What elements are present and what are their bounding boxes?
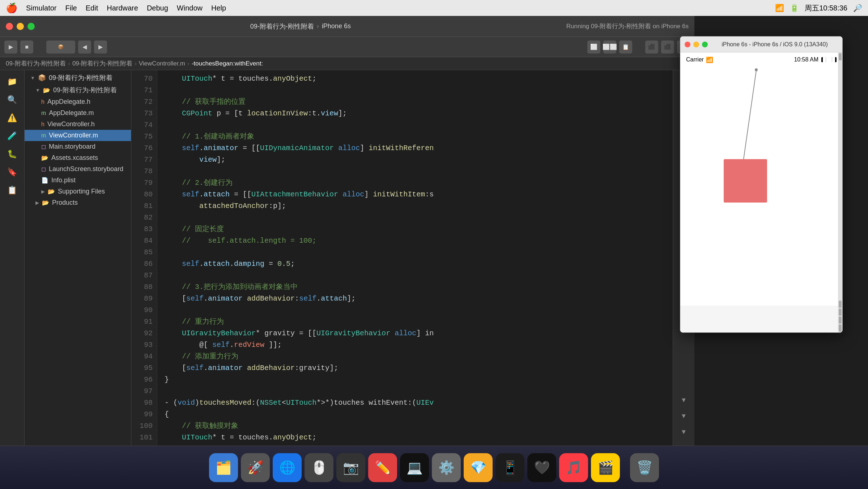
titlebar-center: 09-附着行为-刚性附着 › iPhone 6s [39, 22, 562, 31]
breakpoint-navigator-icon[interactable]: 🔖 [4, 163, 21, 181]
code-line-84: // self.attach.length = 100; [165, 235, 673, 247]
sim-maximize-button[interactable] [702, 42, 708, 47]
dock-settings[interactable]: ⚙️ [432, 453, 461, 482]
search-icon[interactable]: 🔎 [853, 4, 862, 12]
code-line-83: // 固定长度 [165, 224, 673, 235]
dock-sketch[interactable]: 💎 [464, 453, 493, 482]
sim-minimize-button[interactable] [693, 42, 699, 47]
sim-screen[interactable]: Carrier 📶 10:58 AM ████ [680, 52, 842, 332]
sim-wifi-icon: 📶 [706, 56, 713, 63]
minimize-button[interactable] [17, 23, 24, 30]
editor-assistant[interactable]: ⬜⬜ [603, 41, 616, 54]
dock-music[interactable]: 🎵 [559, 453, 588, 482]
menu-simulator[interactable]: Simulator [26, 4, 56, 12]
dock-ios-sim[interactable]: 📱 [495, 453, 524, 482]
dock-trash[interactable]: 🗑️ [630, 453, 659, 482]
bottom-panel-toggle[interactable]: ⬛ [661, 41, 674, 54]
sidebar-item-appdelegate-h[interactable]: h AppDelegate.h [25, 96, 131, 107]
nav-forward[interactable]: ▶ [94, 41, 107, 54]
test-navigator-icon[interactable]: 🧪 [4, 127, 21, 145]
rpanel-scroll-down3[interactable]: ▼ [677, 425, 690, 438]
folder-icon-supporting: 📂 [48, 188, 55, 195]
code-line-89: [self.animator addBehavior:self.attach]; [165, 293, 673, 305]
sim-title-label: iPhone 6s - iPhone 6s / iOS 9.0 (13A340) [711, 41, 838, 48]
dock-safari[interactable]: 🌐 [273, 453, 302, 482]
sim-time: 10:58 AM [794, 56, 818, 63]
sidebar-item-supporting-files[interactable]: ▶ 📂 Supporting Files [25, 186, 131, 197]
menu-window[interactable]: Window [177, 4, 203, 12]
breadcrumb-item-0[interactable]: 09-附着行为-刚性附着 [6, 59, 66, 68]
device-label: iPhone 6s [322, 22, 351, 30]
rpanel-scroll-down2[interactable]: ▼ [677, 409, 690, 422]
sidebar-label-products: Products [52, 199, 78, 207]
expand-arrow-products: ▶ [35, 200, 39, 205]
menu-help[interactable]: Help [211, 4, 226, 12]
sidebar-item-assets[interactable]: 📂 Assets.xcassets [25, 152, 131, 163]
close-button[interactable] [6, 23, 13, 30]
menu-file[interactable]: File [65, 4, 77, 12]
sidebar-item-viewcontroller-h[interactable]: h ViewController.h [25, 119, 131, 130]
stop-button[interactable]: ■ [20, 41, 33, 54]
code-line-91: // 重力行为 [165, 316, 673, 328]
clock: 周五10:58:36 [805, 3, 847, 13]
project-navigator: ▼ 📦 09-附着行为-刚性附着 ▼ 📂 09-附着行为-刚性附着 h AppD… [25, 70, 131, 473]
breadcrumb-item-2[interactable]: ViewController.m [139, 60, 185, 67]
dock-blackapp[interactable]: 🖤 [527, 453, 556, 482]
editor-standard[interactable]: ⬜ [587, 41, 600, 54]
nav-back[interactable]: ◀ [78, 41, 91, 54]
issue-navigator-icon[interactable]: ⚠️ [4, 109, 21, 127]
sidebar-item-products[interactable]: ▶ 📂 Products [25, 197, 131, 208]
sim-red-square[interactable] [724, 159, 767, 203]
sim-statusbar: Carrier 📶 10:58 AM ████ [680, 52, 842, 67]
search-navigator-icon[interactable]: 🔍 [4, 91, 21, 109]
sim-scrollbar-down3[interactable] [839, 316, 842, 324]
file-icon-appdelegate-m: m [41, 110, 46, 116]
scheme-selector[interactable]: 📦 [46, 41, 75, 54]
titlebar-right: Running 09-附着行为-刚性附着 on iPhone 6s [566, 22, 689, 30]
debug-navigator-icon[interactable]: 🐛 [4, 145, 21, 163]
sidebar-item-app-group[interactable]: ▼ 📂 09-附着行为-刚性附着 [25, 84, 131, 96]
dock-pages[interactable]: ✏️ [368, 453, 397, 482]
battery-icon: 🔋 [790, 4, 799, 12]
rpanel-scroll-down[interactable]: ▼ [677, 394, 690, 407]
apple-menu[interactable]: 🍎 [6, 3, 17, 14]
code-line-92: UIGravityBehavior* gravity = [[UIGravity… [165, 328, 673, 339]
fullscreen-button[interactable] [27, 23, 35, 30]
expand-arrow-supporting: ▶ [41, 189, 45, 194]
editor-version[interactable]: 📋 [619, 41, 632, 54]
arrow-icon: › [317, 22, 319, 30]
dock-terminal[interactable]: 💻 [400, 453, 429, 482]
sidebar-item-info-plist[interactable]: 📄 Info.plist [25, 175, 131, 186]
sim-scrollbar-down4[interactable] [839, 324, 842, 332]
sidebar-item-launchscreen[interactable]: ◻ LaunchScreen.storyboard [25, 163, 131, 175]
code-lines-area[interactable]: UITouch* t = touches.anyObject; // 获取手指的… [157, 70, 673, 473]
left-panel-toggle[interactable]: ⬛ [645, 41, 658, 54]
dock-photo[interactable]: 📷 [336, 453, 365, 482]
file-navigator-icon[interactable]: 📁 [4, 73, 21, 90]
dock-mouse[interactable]: 🖱️ [305, 453, 333, 482]
breadcrumb-item-1[interactable]: 09-附着行为-刚性附着 [72, 59, 132, 68]
sim-content-area[interactable] [680, 67, 842, 306]
sim-scrollbar-down2[interactable] [839, 309, 842, 316]
menu-edit[interactable]: Edit [86, 4, 98, 12]
sidebar-item-project-root[interactable]: ▼ 📦 09-附着行为-刚性附着 [25, 72, 131, 84]
code-line-85 [165, 247, 673, 258]
report-navigator-icon[interactable]: 📋 [4, 182, 21, 199]
sim-traffic-lights [685, 42, 708, 47]
anchor-point [755, 68, 758, 71]
sidebar-item-main-storyboard[interactable]: ◻ Main.storyboard [25, 141, 131, 152]
sim-scrollbar-down[interactable] [839, 301, 842, 308]
sim-scrollbar-up[interactable] [839, 53, 842, 60]
sidebar-item-viewcontroller-m[interactable]: m ViewController.m [25, 130, 131, 141]
dock-finder[interactable]: 🗂️ [209, 453, 238, 482]
menu-hardware[interactable]: Hardware [107, 4, 138, 12]
dock-media[interactable]: 🎬 [591, 453, 620, 482]
sidebar-item-appdelegate-m[interactable]: m AppDelegate.m [25, 107, 131, 119]
run-button[interactable]: ▶ [4, 41, 17, 54]
code-editor[interactable]: 70 71 72 73 74 75 76 77 78 79 80 81 82 8… [131, 70, 673, 473]
breadcrumb-item-3[interactable]: -touchesBegan:withEvent: [192, 60, 263, 67]
sim-close-button[interactable] [685, 42, 690, 47]
code-line-94: // 添加重力行为 [165, 351, 673, 362]
dock-launchpad[interactable]: 🚀 [241, 453, 270, 482]
menu-debug[interactable]: Debug [147, 4, 168, 12]
